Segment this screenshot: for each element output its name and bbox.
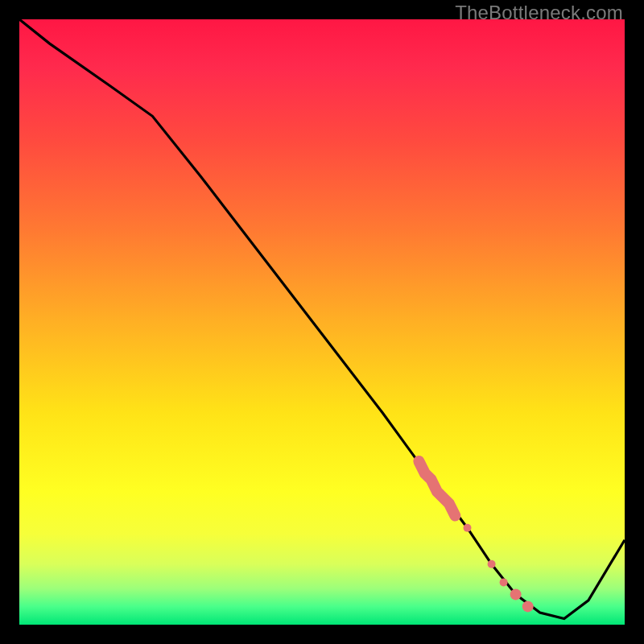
marker-dense-segment xyxy=(419,461,455,516)
plot-area xyxy=(19,19,625,625)
marker-dot xyxy=(522,601,534,612)
marker-group xyxy=(419,461,533,612)
bottleneck-chart xyxy=(19,19,625,625)
curve-path xyxy=(19,19,625,619)
marker-dot xyxy=(488,560,496,568)
chart-frame: TheBottleneck.com xyxy=(0,0,644,644)
marker-dot xyxy=(510,588,522,600)
marker-dot xyxy=(500,578,508,586)
marker-dot xyxy=(464,524,472,532)
